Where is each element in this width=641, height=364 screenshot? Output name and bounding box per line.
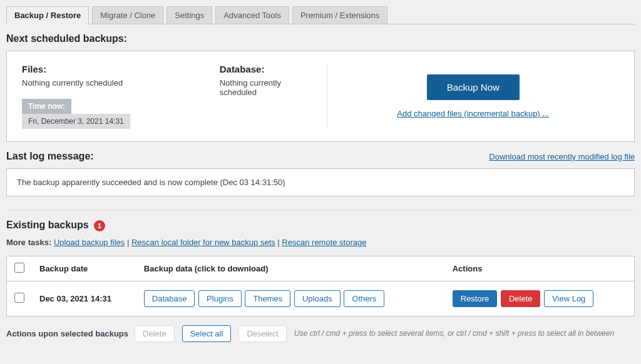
last-log-heading: Last log message:	[6, 151, 94, 162]
tab-migrate-clone[interactable]: Migrate / Clone	[92, 6, 163, 24]
bulk-actions-row: Actions upon selected backups Delete Sel…	[6, 325, 635, 342]
backups-table: Backup date Backup data (click to downlo…	[6, 256, 635, 316]
restore-button[interactable]: Restore	[453, 290, 498, 307]
time-now-label: Time now:	[22, 99, 71, 114]
rescan-remote-link[interactable]: Rescan remote storage	[282, 238, 366, 247]
download-log-link[interactable]: Download most recently modified log file	[489, 152, 635, 161]
upload-backup-files-link[interactable]: Upload backup files	[54, 238, 125, 247]
tab-premium-extensions[interactable]: Premium / Extensions	[292, 6, 387, 24]
download-uploads-button[interactable]: Uploads	[294, 290, 341, 307]
next-scheduled-heading: Next scheduled backups:	[6, 33, 635, 44]
incremental-backup-link[interactable]: Add changed files (incremental backup) .…	[397, 109, 549, 118]
backup-count-badge: 1	[94, 220, 105, 231]
bulk-delete-button[interactable]: Delete	[135, 325, 175, 342]
more-tasks-row: More tasks: Upload backup files | Rescan…	[6, 238, 635, 247]
time-now-value: Fri, December 3, 2021 14:31	[22, 114, 130, 129]
table-row: Dec 03, 2021 14:31 Database Plugins Them…	[7, 281, 635, 316]
scheduled-card: Files: Nothing currently scheduled Time …	[6, 51, 635, 142]
backup-now-button[interactable]: Backup Now	[427, 74, 520, 100]
deselect-button[interactable]: Deselect	[238, 325, 287, 342]
bulk-actions-label: Actions upon selected backups	[6, 329, 128, 338]
col-backup-data: Backup data (click to download)	[136, 256, 445, 281]
log-message: The backup apparently succeeded and is n…	[6, 168, 635, 196]
rescan-local-link[interactable]: Rescan local folder for new backup sets	[131, 238, 275, 247]
row-checkbox[interactable]	[14, 293, 24, 303]
selection-hint: Use ctrl / cmd + press to select several…	[294, 329, 614, 338]
download-others-button[interactable]: Others	[344, 290, 384, 307]
files-status: Nothing currently scheduled	[22, 78, 170, 88]
divider	[6, 210, 635, 211]
download-themes-button[interactable]: Themes	[245, 290, 290, 307]
select-all-checkbox[interactable]	[14, 263, 24, 273]
files-label: Files:	[22, 64, 170, 74]
tabs-nav: Backup / Restore Migrate / Clone Setting…	[6, 6, 635, 24]
existing-backups-heading: Existing backups 1	[6, 220, 635, 231]
download-database-button[interactable]: Database	[144, 290, 195, 307]
delete-button[interactable]: Delete	[501, 290, 541, 307]
tab-settings[interactable]: Settings	[167, 6, 212, 24]
backup-date: Dec 03, 2021 14:31	[39, 294, 111, 303]
database-label: Database:	[220, 64, 314, 74]
col-actions: Actions	[445, 256, 635, 281]
database-status: Nothing currently scheduled	[220, 78, 314, 97]
select-all-button[interactable]: Select all	[182, 325, 232, 342]
tab-backup-restore[interactable]: Backup / Restore	[6, 6, 89, 24]
tab-advanced-tools[interactable]: Advanced Tools	[215, 6, 289, 24]
view-log-button[interactable]: View Log	[544, 290, 593, 307]
col-backup-date: Backup date	[32, 256, 136, 281]
download-plugins-button[interactable]: Plugins	[198, 290, 242, 307]
more-tasks-label: More tasks:	[6, 238, 51, 247]
